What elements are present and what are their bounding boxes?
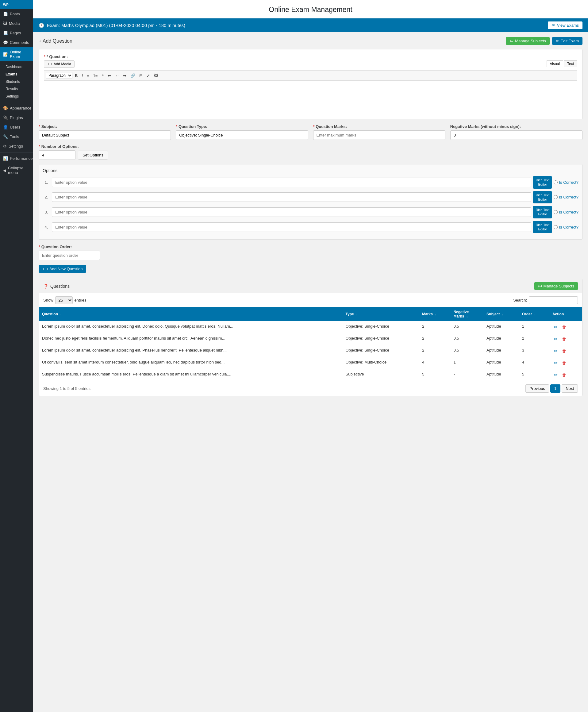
option-input-1[interactable] (52, 177, 531, 187)
option-input-3[interactable] (52, 207, 531, 217)
question-editor-area[interactable] (44, 80, 577, 114)
option-row-2: 2. Rich TextEditor Is Correct? (43, 191, 579, 204)
is-correct-radio-1[interactable] (554, 181, 558, 184)
manage-subjects-button[interactable]: 🏷 Manage Subjects (506, 37, 549, 45)
align-center-button[interactable]: ↔ (113, 72, 121, 79)
view-exams-button[interactable]: 👁 View Exams (548, 21, 583, 29)
col-negative-marks[interactable]: NegativeMarks ↕ (450, 307, 483, 321)
sidebar-item-label: Pages (10, 31, 21, 35)
sidebar-item-online-exam[interactable]: 📝 Online Exam (0, 47, 33, 61)
option-row-1: 1. Rich TextEditor Is Correct? (43, 176, 579, 189)
is-correct-label-3[interactable]: Is Correct? (554, 210, 579, 214)
is-correct-radio-4[interactable] (554, 225, 558, 229)
delete-row-button[interactable]: 🗑 (560, 324, 568, 330)
question-marks-col: * Question Marks: (313, 124, 445, 140)
questions-manage-subjects-button[interactable]: 🏷 Manage Subjects (534, 282, 578, 290)
align-right-button[interactable]: ➡ (122, 72, 128, 79)
question-mark-icon: ❓ (43, 284, 48, 289)
sidebar-sub-results[interactable]: Results (0, 85, 33, 93)
previous-button[interactable]: Previous (525, 384, 549, 393)
edit-row-button[interactable]: ✏ (552, 372, 559, 378)
media-icon: 🖼 (3, 21, 7, 26)
is-correct-radio-2[interactable] (554, 195, 558, 199)
rich-text-button-1[interactable]: Rich TextEditor (533, 176, 552, 189)
delete-row-button[interactable]: 🗑 (560, 360, 568, 366)
cell-type: Subjective (343, 369, 419, 381)
bold-button[interactable]: B (73, 72, 79, 79)
edit-row-button[interactable]: ✏ (552, 348, 559, 354)
format-select[interactable]: Paragraph (46, 72, 72, 79)
col-subject[interactable]: Subject ↕ (483, 307, 519, 321)
question-marks-input[interactable] (313, 130, 445, 140)
search-label: Search: (513, 298, 527, 302)
is-correct-label-2[interactable]: Is Correct? (554, 195, 579, 200)
cell-subject: Aptitude (483, 321, 519, 333)
text-tab[interactable]: Text (564, 60, 577, 67)
ul-button[interactable]: ≡ (85, 72, 91, 79)
edit-row-button[interactable]: ✏ (552, 360, 559, 366)
add-media-button[interactable]: + + Add Media (44, 60, 75, 68)
fullscreen-button[interactable]: ⤢ (145, 72, 151, 79)
sidebar-item-comments[interactable]: 💬 Comments (0, 38, 33, 47)
rich-text-button-2[interactable]: Rich TextEditor (533, 191, 552, 204)
option-input-4[interactable] (52, 223, 531, 232)
table-row: Ut convallis, sem sit amet interdum cons… (39, 357, 582, 369)
page-1-button[interactable]: 1 (550, 384, 560, 393)
delete-row-button[interactable]: 🗑 (560, 372, 568, 378)
posts-icon: 📄 (3, 12, 8, 16)
cell-order: 3 (519, 345, 549, 357)
rich-text-button-4[interactable]: Rich TextEditor (533, 221, 552, 233)
eye-icon: 👁 (551, 23, 555, 28)
num-options-input[interactable] (39, 150, 76, 160)
sidebar-item-settings[interactable]: ⚙ Settings (0, 142, 33, 151)
col-marks[interactable]: Marks ↕ (419, 307, 450, 321)
editor-tabs: Visual Text (547, 60, 577, 67)
col-question[interactable]: Question ↕ (39, 307, 343, 321)
sidebar-sub-dashboard[interactable]: Dashboard (0, 63, 33, 70)
sidebar-item-posts[interactable]: 📄 Posts (0, 9, 33, 19)
sidebar-sub-settings[interactable]: Settings (0, 93, 33, 100)
edit-row-button[interactable]: ✏ (552, 336, 559, 342)
italic-button[interactable]: I (80, 72, 84, 79)
sidebar-item-media[interactable]: 🖼 Media (0, 19, 33, 28)
cell-subject: Aptitude (483, 369, 519, 381)
col-type[interactable]: Type ↕ (343, 307, 419, 321)
quote-button[interactable]: ❝ (100, 72, 105, 79)
table-button[interactable]: ⊞ (138, 72, 144, 79)
next-button[interactable]: Next (562, 384, 578, 393)
sidebar-item-appearance[interactable]: 🎨 Appearance (0, 103, 33, 113)
set-options-button[interactable]: Set Options (78, 151, 108, 160)
delete-row-button[interactable]: 🗑 (560, 336, 568, 342)
is-correct-label-1[interactable]: Is Correct? (554, 180, 579, 185)
rich-text-button-3[interactable]: Rich TextEditor (533, 206, 552, 218)
visual-tab[interactable]: Visual (547, 60, 563, 67)
add-new-question-button[interactable]: + + Add New Question (39, 265, 86, 273)
sidebar-sub-exams[interactable]: Exams (0, 70, 33, 78)
sidebar-sub-students[interactable]: Students (0, 78, 33, 85)
negative-marks-input[interactable] (450, 130, 583, 140)
sidebar-item-performance[interactable]: 📊 Performance (0, 154, 33, 163)
sidebar-item-users[interactable]: 👤 Users (0, 122, 33, 132)
is-correct-radio-3[interactable] (554, 210, 558, 214)
delete-row-button[interactable]: 🗑 (560, 348, 568, 354)
question-order-input[interactable] (39, 251, 100, 260)
ol-button[interactable]: 1≡ (92, 72, 99, 79)
link-button[interactable]: 🔗 (129, 72, 137, 79)
questions-table: Question ↕ Type ↕ Marks ↕ NegativeMarks … (39, 307, 582, 381)
align-left-button[interactable]: ⬅ (106, 72, 112, 79)
subject-select[interactable]: Default Subject (39, 130, 171, 140)
col-order[interactable]: Order ↕ (519, 307, 549, 321)
sidebar-item-plugins[interactable]: 🔌 Plugins (0, 113, 33, 122)
sidebar-item-tools[interactable]: 🔧 Tools (0, 132, 33, 142)
search-input[interactable] (529, 296, 578, 304)
question-type-select[interactable]: Objective: Single-Choice (176, 130, 308, 140)
is-correct-label-4[interactable]: Is Correct? (554, 225, 579, 229)
question-order-label: * Question Order: (39, 245, 583, 249)
sidebar-item-collapse[interactable]: ◀ Collapse menu (0, 163, 33, 177)
option-input-2[interactable] (52, 192, 531, 202)
edit-row-button[interactable]: ✏ (552, 324, 559, 330)
sidebar-item-pages[interactable]: 📃 Pages (0, 28, 33, 38)
entries-select[interactable]: 10 25 50 100 (55, 296, 73, 304)
edit-exam-button[interactable]: ✏ Edit Exam (552, 37, 583, 45)
image-button[interactable]: 🖼 (152, 72, 160, 79)
